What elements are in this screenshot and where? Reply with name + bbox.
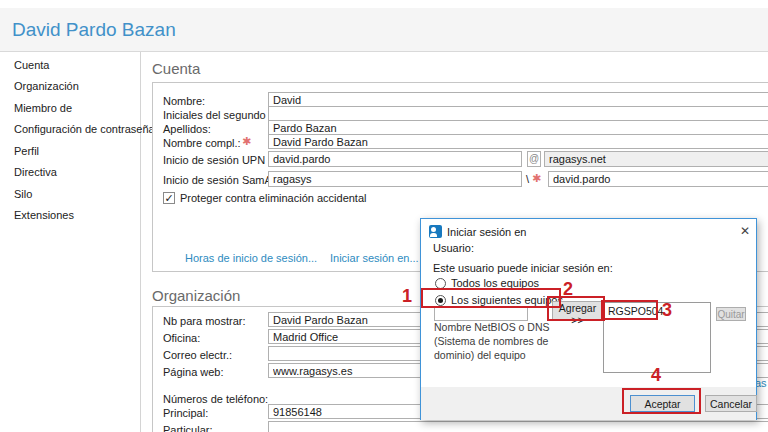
required-asterisk-icon: ✱ [242,135,251,148]
middle-initials-input[interactable] [268,106,768,121]
page-title: David Pardo Bazan [12,19,176,41]
main-phone-label: Principal: [163,407,208,419]
logon-hours-link[interactable]: Horas de inicio de sesión... [185,252,317,264]
sidebar-item-silo[interactable]: Silo [14,188,32,200]
sidebar-divider [140,52,141,432]
organization-section-heading: Organización [152,287,240,304]
sidebar-item-miembro-de[interactable]: Miembro de [14,102,72,114]
display-name-label: Nb para mostrar: [163,315,246,327]
protect-deletion-checkbox[interactable]: ✓ [163,192,175,204]
cancel-button[interactable]: Cancelar [705,395,757,412]
netbios-helper-text: Nombre NetBIOS o DNS (Sistema de nombres… [434,320,552,362]
annotation-box-2 [547,296,605,321]
account-section-heading: Cuenta [152,60,200,77]
annotation-box-3 [601,300,658,320]
required-asterisk-icon: ✱ [532,172,541,185]
logon-instruction: Este usuario puede iniciar sesión en: [433,262,613,274]
dialog-title: Iniciar sesión en [447,226,527,238]
full-name-label: Nombre compl.: [163,137,241,149]
sidebar-item-cuenta[interactable]: Cuenta [14,59,49,71]
annotation-step-4: 4 [651,365,661,386]
sidebar-item-organizacion[interactable]: Organización [14,80,79,92]
close-icon[interactable]: ✕ [736,223,754,239]
full-name-input[interactable] [268,134,768,149]
upn-domain-dropdown[interactable]: ragasys.net [544,151,768,167]
first-name-label: Nombre: [163,95,205,107]
web-page-label: Página web: [163,366,224,378]
sidebar-item-perfil[interactable]: Perfil [14,145,39,157]
email-label: Correo electr.: [163,349,232,361]
sidebar-item-configuracion-contrasena[interactable]: Configuración de contraseña [14,123,155,135]
home-phone-label: Particular: [163,424,213,432]
annotation-step-1: 1 [402,286,412,307]
sam-user-input[interactable] [548,171,768,187]
last-name-input[interactable] [268,120,768,135]
user-label: Usuario: [433,242,474,254]
last-name-label: Apellidos: [163,123,211,135]
annotation-box-1 [421,288,561,308]
phone-numbers-label: Números de teléfono: [163,393,268,405]
annotation-box-4 [622,388,701,414]
sidebar-item-extensiones[interactable]: Extensiones [14,209,74,221]
protect-deletion-label: Proteger contra eliminación accidental [180,192,367,204]
annotation-step-3: 3 [662,300,672,321]
remove-button[interactable]: Quitar [716,307,746,321]
computer-name-input[interactable] [434,306,528,321]
user-dialog-icon [429,225,442,238]
home-phone-input[interactable] [268,421,768,432]
at-sign-separator: @ [527,151,541,167]
sidebar-item-directiva[interactable]: Directiva [14,166,57,178]
upn-logon-input[interactable] [268,151,522,167]
sam-domain-input[interactable] [268,171,522,187]
office-label: Oficina: [163,332,200,344]
annotation-step-2: 2 [563,279,573,300]
first-name-input[interactable] [268,92,768,107]
backslash-separator: \ [526,173,529,185]
logon-to-link[interactable]: Iniciar sesión en... [330,252,419,264]
